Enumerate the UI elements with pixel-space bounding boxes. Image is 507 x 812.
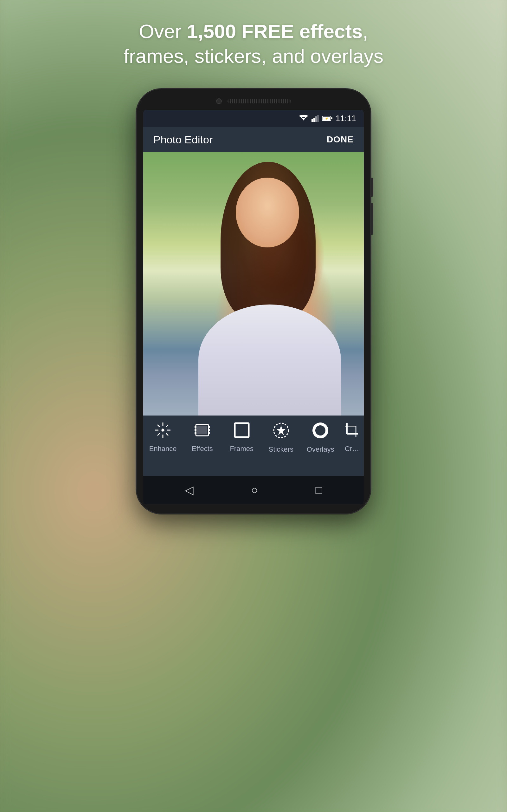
effects-label: Effects	[192, 445, 213, 453]
wifi-icon	[299, 115, 308, 122]
svg-rect-4	[317, 115, 319, 122]
tool-effects[interactable]: Effects	[182, 422, 222, 453]
signal-icon	[312, 115, 319, 122]
svg-point-30	[315, 425, 326, 436]
volume-button[interactable]	[371, 203, 373, 235]
battery-icon: ⚡	[322, 115, 332, 121]
power-button[interactable]	[371, 177, 373, 197]
effects-icon	[194, 422, 210, 441]
svg-marker-0	[302, 118, 305, 120]
recent-button[interactable]: □	[316, 484, 323, 497]
speaker-grille	[228, 99, 291, 103]
app-header: Photo Editor DONE	[143, 127, 364, 152]
frames-icon	[233, 422, 250, 441]
promo-line2: frames, stickers, and overlays	[0, 44, 507, 68]
stickers-icon	[273, 422, 290, 442]
crop-icon	[344, 422, 360, 441]
svg-rect-17	[161, 428, 164, 432]
promo-line1: Over 1,500 FREE effects,	[0, 19, 507, 44]
photo-face	[236, 177, 299, 247]
svg-rect-22	[208, 426, 210, 428]
svg-text:⚡: ⚡	[325, 117, 328, 120]
svg-rect-3	[315, 116, 317, 122]
phone-top-bar	[143, 98, 364, 104]
tool-crop[interactable]: Cr…	[340, 422, 364, 453]
stickers-label: Stickers	[269, 445, 293, 454]
svg-rect-24	[208, 432, 210, 434]
svg-rect-19	[194, 426, 196, 428]
svg-rect-21	[194, 432, 196, 434]
svg-rect-20	[194, 429, 196, 431]
frames-label: Frames	[230, 445, 253, 453]
phone-screen: ⚡ 11:11 Photo Editor DONE	[143, 110, 364, 504]
phone-body: ⚡ 11:11 Photo Editor DONE	[136, 89, 371, 514]
app-title: Photo Editor	[153, 134, 213, 146]
svg-rect-6	[331, 117, 332, 119]
svg-line-13	[158, 425, 160, 427]
svg-line-16	[158, 433, 160, 436]
status-bar: ⚡ 11:11	[143, 110, 364, 127]
svg-line-14	[166, 433, 168, 436]
photo-shirt	[199, 305, 341, 415]
done-button[interactable]: DONE	[327, 135, 354, 145]
camera-dot	[216, 98, 222, 104]
enhance-icon	[155, 422, 171, 441]
svg-rect-1	[312, 119, 313, 122]
svg-line-15	[166, 425, 168, 427]
status-time: 11:11	[336, 113, 356, 123]
nav-bar: ◁ ○ □	[143, 476, 364, 504]
phone-device: ⚡ 11:11 Photo Editor DONE	[136, 89, 371, 514]
svg-rect-26	[235, 423, 249, 437]
toolbar: Enhance	[143, 415, 364, 476]
home-button[interactable]: ○	[251, 484, 258, 497]
back-button[interactable]: ◁	[185, 484, 193, 497]
svg-rect-2	[314, 118, 315, 122]
svg-rect-23	[208, 429, 210, 431]
tool-frames[interactable]: Frames	[222, 422, 262, 453]
overlays-label: Overlays	[307, 445, 334, 454]
tool-stickers[interactable]: Stickers	[262, 422, 301, 454]
overlays-icon	[312, 422, 329, 442]
svg-marker-28	[276, 425, 286, 435]
tool-enhance[interactable]: Enhance	[143, 422, 182, 453]
photo-area	[143, 152, 364, 415]
tool-overlays[interactable]: Overlays	[301, 422, 340, 454]
crop-label: Cr…	[345, 445, 359, 453]
status-icons: ⚡ 11:11	[299, 113, 356, 123]
promo-text: Over 1,500 FREE effects, frames, sticker…	[0, 19, 507, 68]
svg-rect-25	[197, 426, 207, 434]
enhance-label: Enhance	[149, 445, 177, 453]
